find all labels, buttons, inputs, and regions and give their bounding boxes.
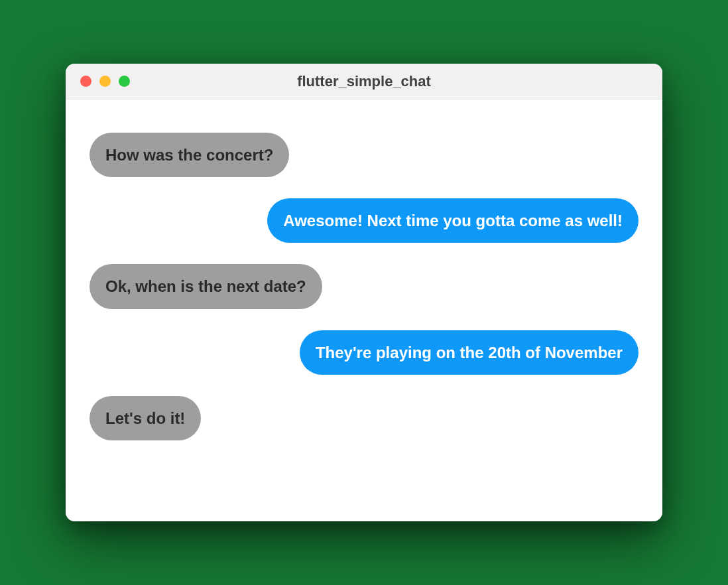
minimize-icon[interactable] (99, 76, 111, 87)
sent-message-bubble: They're playing on the 20th of November (300, 330, 638, 375)
message-row: Let's do it! (90, 396, 638, 440)
traffic-lights (80, 76, 130, 87)
close-icon[interactable] (80, 76, 91, 87)
window-title: flutter_simple_chat (66, 73, 662, 90)
message-row: How was the concert? (90, 133, 638, 177)
message-row: They're playing on the 20th of November (90, 330, 638, 375)
message-row: Ok, when is the next date? (90, 264, 638, 308)
received-message-bubble: How was the concert? (90, 133, 289, 177)
received-message-bubble: Ok, when is the next date? (90, 264, 322, 308)
chat-content: How was the concert? Awesome! Next time … (66, 99, 662, 521)
window-titlebar: flutter_simple_chat (66, 64, 662, 99)
message-row: Awesome! Next time you gotta come as wel… (90, 198, 638, 243)
received-message-bubble: Let's do it! (90, 396, 201, 440)
sent-message-bubble: Awesome! Next time you gotta come as wel… (267, 198, 638, 243)
app-window: flutter_simple_chat How was the concert?… (66, 64, 662, 521)
maximize-icon[interactable] (119, 76, 130, 87)
